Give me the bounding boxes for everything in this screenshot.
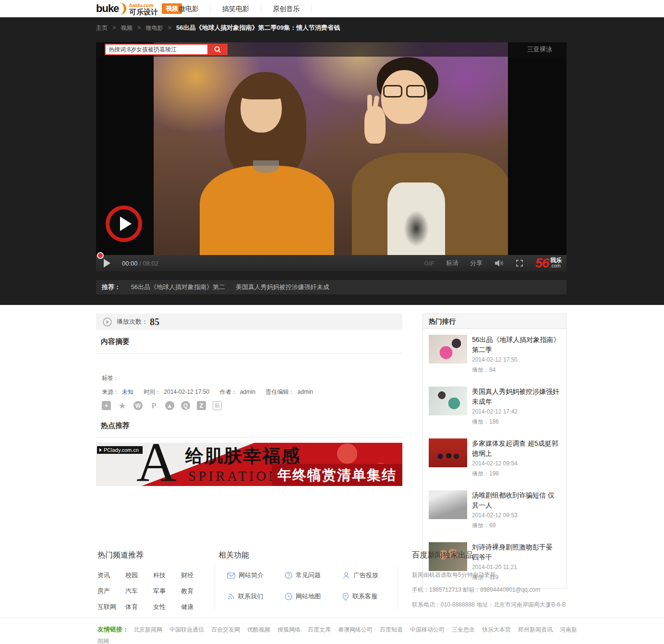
ranking-date-3: 2014-02-12 09:54	[472, 459, 560, 469]
recommend-link-2[interactable]: 美国真人秀妈妈被控涉嫌强奸未成	[236, 283, 329, 291]
page-title: 56出品《地球人搞对象指南》第二季09集：情人节消费省钱	[176, 24, 340, 31]
search-box	[105, 44, 228, 55]
ranking-thumb-1	[429, 335, 467, 364]
tieba-icon[interactable]: 贴	[213, 401, 222, 410]
friend-link[interactable]: 北京新闻网	[133, 626, 162, 633]
ad-callout: 年终犒赏清单集结	[272, 464, 402, 486]
friend-link[interactable]: 郑州新闻资讯	[518, 626, 553, 633]
channel-link[interactable]: 校园	[125, 571, 153, 580]
func-customer-service[interactable]: 联系客服	[342, 592, 400, 601]
recommend-link-1[interactable]: 56出品《地球人搞对象指南》第二	[131, 283, 225, 291]
friend-link[interactable]: 三全思念	[452, 626, 475, 633]
breadcrumb-micro-movie[interactable]: 微电影	[145, 24, 163, 31]
breadcrumb-video[interactable]: 视频	[121, 24, 133, 31]
author-label: 作者：	[219, 389, 237, 395]
friend-link[interactable]: 搜狐网络	[278, 626, 301, 633]
ad-brand: PClady.com.cn	[97, 446, 143, 454]
man-tshirt	[387, 182, 445, 255]
ranking-item-4[interactable]: 汤唯剧组都收到诈骗短信 仅其一人 2014-02-12 09:53 播放：69	[423, 485, 566, 536]
tags-label: 标签：	[102, 374, 119, 382]
hot-link-sanya[interactable]: 三亚裸泳	[527, 45, 552, 54]
channel-link[interactable]: 军事	[153, 587, 181, 595]
friend-link[interactable]: 百度知道	[380, 626, 403, 633]
search-input[interactable]	[105, 44, 207, 55]
pengyou-icon[interactable]: P	[149, 401, 158, 410]
ranking-title-2[interactable]: 美国真人秀妈妈被控涉嫌强奸未成年	[472, 387, 560, 407]
ranking-item-2[interactable]: 美国真人秀妈妈被控涉嫌强奸未成年 2014-02-12 17:42 播放：186	[423, 381, 566, 433]
ranking-item-3[interactable]: 多家媒体发起调查 超5成挺郭德纲上 2014-02-12 09:54 播放：19…	[423, 433, 566, 485]
hot-recommend-heading: 热点推荐	[96, 421, 402, 437]
ranking-title-1[interactable]: 56出品《地球人搞对象指南》第二季	[472, 335, 560, 355]
ad-subline: SPIRATION	[188, 468, 281, 484]
channel-link[interactable]: 女性	[153, 603, 181, 611]
progress-dot[interactable]	[97, 252, 104, 259]
time-value: 2014-02-12 17:50	[164, 389, 209, 395]
time-display: 00:00 / 08:02	[122, 260, 158, 267]
share-button[interactable]: 分享	[470, 259, 483, 267]
func-sitemap[interactable]: 网站地图	[285, 592, 342, 601]
friend-link[interactable]: 睿澳网络公司	[338, 626, 373, 633]
renren-icon[interactable]: ▲	[165, 401, 174, 410]
ranking-title-3[interactable]: 多家媒体发起调查 超5成挺郭德纲上	[472, 438, 560, 459]
source-link[interactable]: 未知	[122, 389, 133, 395]
friend-link[interactable]: 百合交友网	[211, 626, 240, 633]
func-faq[interactable]: 常见问题	[285, 571, 342, 580]
channel-link[interactable]: 科技	[153, 571, 181, 580]
ranking-date-4: 2014-02-12 09:53	[472, 510, 560, 521]
channel-link[interactable]: 体育	[125, 603, 153, 611]
weibo-icon[interactable]: W	[133, 401, 143, 410]
volume-icon[interactable]	[494, 259, 504, 267]
friend-link[interactable]: 中国移动公司	[410, 626, 445, 633]
friend-link[interactable]: 快乐大本营	[482, 626, 511, 633]
editor-value: admin	[297, 389, 313, 395]
author-value: admin	[240, 389, 255, 395]
func-contact-us[interactable]: 联系我们	[227, 592, 285, 601]
ranking-title-4[interactable]: 汤唯剧组都收到诈骗短信 仅其一人	[472, 490, 560, 510]
share-plus-icon[interactable]: +	[102, 401, 111, 410]
summary-heading: 内容摘要	[96, 337, 402, 353]
meta-line: 来源：未知 时间：2014-02-12 17:50 作者：admin 责任编辑：…	[102, 388, 316, 396]
quality-button[interactable]: 标清	[446, 259, 459, 267]
favorite-star-icon[interactable]: ★	[118, 401, 127, 410]
friend-link[interactable]: 百度文库	[308, 626, 331, 633]
gif-button[interactable]: GIF	[424, 260, 435, 267]
location-pin-icon	[342, 593, 349, 601]
channel-link[interactable]: 互联网	[97, 603, 125, 611]
player-top-bar: 三亚裸泳	[96, 42, 567, 57]
play-count-label: 播放次数：	[117, 317, 148, 326]
play-count-icon	[103, 317, 112, 327]
ad-banner[interactable]: A PClady.com.cn 给肌肤幸福感 SPIRATION 年终犒赏清单集…	[96, 443, 402, 486]
editor-label: 责任编辑：	[266, 389, 294, 395]
channel-link[interactable]: 汽车	[125, 587, 153, 595]
channel-link[interactable]: 健康	[181, 603, 209, 611]
man-finger	[367, 95, 372, 111]
channel-link[interactable]: 财经	[181, 571, 209, 580]
arrow-icon	[99, 448, 102, 452]
ranking-item-1[interactable]: 56出品《地球人搞对象指南》第二季 2014-02-12 17:50 播放：84	[423, 329, 566, 381]
qq-icon[interactable]: Q	[181, 401, 190, 410]
qzone-icon[interactable]: Z	[197, 401, 206, 410]
man-hand	[364, 106, 386, 144]
nav-item-micro-movie[interactable]: 微电影	[167, 5, 211, 12]
clock-icon	[285, 593, 292, 600]
56com-logo[interactable]: 56 我乐 .com	[535, 256, 562, 271]
fullscreen-icon[interactable]	[515, 259, 524, 267]
friend-link[interactable]: 优酷视频	[247, 626, 270, 633]
friend-link[interactable]: 中国联合通信	[169, 626, 204, 633]
ranking-thumb-4	[429, 490, 467, 519]
recommend-bar: 推荐： 56出品《地球人搞对象指南》第二 美国真人秀妈妈被控涉嫌强奸未成	[96, 280, 567, 294]
big-play-button[interactable]	[106, 206, 142, 242]
channel-link[interactable]: 房产	[97, 587, 125, 595]
nav-item-funny-movie[interactable]: 搞笑电影	[211, 5, 261, 12]
channel-link[interactable]: 资讯	[97, 571, 125, 580]
func-advertising[interactable]: 广告投放	[342, 571, 400, 580]
play-button[interactable]	[104, 259, 110, 267]
search-icon	[214, 46, 221, 53]
hot-ranking-title: 热门排行	[423, 314, 566, 329]
nav-item-original-music[interactable]: 原创音乐	[261, 5, 312, 12]
breadcrumb-home[interactable]: 主页	[96, 24, 108, 31]
func-site-intro[interactable]: 网站简介	[227, 571, 285, 580]
video-frame[interactable]	[154, 42, 508, 255]
search-button[interactable]	[207, 44, 228, 55]
channel-link[interactable]: 教育	[181, 587, 209, 595]
